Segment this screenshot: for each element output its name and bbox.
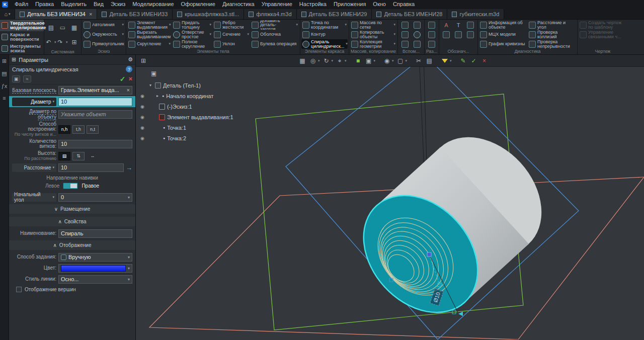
hide-objects-icon[interactable]: ◉: [382, 56, 391, 65]
redo-icon[interactable]: ↷: [58, 37, 68, 47]
winding-toggle[interactable]: [63, 183, 78, 189]
ribbon-item-copy-objects[interactable]: Копировать объекты: [350, 30, 396, 39]
line-style-dropdown[interactable]: Осно...: [58, 275, 132, 284]
ribbon-item-rectangle[interactable]: Прямоугольник: [83, 39, 125, 49]
ribbon-item-extrude[interactable]: Элемент выдавливания: [127, 20, 172, 30]
ribbon-item-shell[interactable]: Оболочка: [251, 30, 299, 39]
base-plane-value[interactable]: Грань.Элемент выда... ×: [58, 86, 132, 95]
winding-right-label[interactable]: Правое: [82, 183, 99, 189]
mode-wireframe-surfaces[interactable]: Каркас и поверхности: [0, 31, 44, 43]
panel-gear-icon[interactable]: ⚙: [128, 56, 133, 63]
ribbon-item-object-info[interactable]: Информация об объекте: [479, 20, 527, 30]
ribbon-item-full-fillet[interactable]: Полное скругление: [172, 39, 212, 49]
clear-selection-icon[interactable]: ×: [127, 87, 130, 93]
visibility-eye-icon[interactable]: ◉: [139, 125, 146, 130]
method-nt-button[interactable]: n,t: [87, 125, 99, 134]
model-cube-icon[interactable]: ■: [354, 56, 363, 65]
base-plane-label[interactable]: Базовая плоскость: [12, 88, 56, 93]
planes-icon[interactable]: ▦: [298, 56, 307, 65]
mode-solid-modeling[interactable]: Твердотельное моделирование: [0, 20, 44, 31]
aux-lcs-icon[interactable]: [414, 31, 421, 38]
dimension-icon[interactable]: [467, 22, 474, 29]
menu-applications[interactable]: Приложения: [330, 0, 369, 9]
new-document-icon[interactable]: ▤: [46, 23, 56, 33]
name-input[interactable]: [58, 229, 132, 238]
ribbon-item-contour[interactable]: Контур: [301, 30, 348, 39]
viewport-confirm-icon[interactable]: ✓: [469, 56, 478, 65]
ribbon-item-curvature-graph[interactable]: График кривизны: [479, 39, 527, 49]
aux-curve-icon[interactable]: [414, 41, 421, 48]
tab-document-4[interactable]: фляжка4.m3d: [244, 9, 296, 19]
options-list-icon[interactable]: ▣: [12, 75, 20, 82]
viewport-3d[interactable]: Ø10 ⊞ ▦ ◎▾ ↻▾ ⌖▾ ■ ▣▾ ◉▾ ▢▾: [136, 55, 644, 340]
ribbon-item-draft[interactable]: Уклон: [213, 39, 250, 49]
ribbon-item-linked-docs[interactable]: Управление связанными ч...: [579, 30, 627, 39]
pin-icon[interactable]: ⊞: [69, 37, 79, 47]
home-tab-button[interactable]: ⌂ ▾: [0, 9, 15, 19]
ribbon-item-circle[interactable]: Окружность: [83, 30, 125, 39]
variables-panel-icon[interactable]: ƒx: [2, 83, 8, 89]
filter-icon[interactable]: [440, 56, 449, 65]
orientation-icon[interactable]: ⌖: [335, 56, 344, 65]
direction-arrow-icon[interactable]: →: [126, 164, 132, 172]
expander-icon[interactable]: ▸: [155, 94, 160, 98]
messages-panel-icon[interactable]: ≡: [3, 95, 6, 101]
aux-point-icon[interactable]: [401, 31, 409, 38]
split-body-icon[interactable]: [428, 31, 435, 38]
ribbon-item-add-part[interactable]: Добавить деталь-заготов...: [251, 20, 299, 30]
section-display[interactable]: ∧ Отображение: [9, 240, 135, 250]
menu-diagnostics[interactable]: Диагностика: [219, 0, 258, 9]
ribbon-item-section[interactable]: Сечение: [213, 30, 250, 39]
zoom-icon[interactable]: ◎: [308, 56, 317, 65]
ribbon-item-thicken[interactable]: Придать толщину: [172, 20, 212, 30]
menu-select[interactable]: Выделить: [57, 0, 90, 9]
tree-item-extrusion[interactable]: ◉ Элемент выдавливания:1: [139, 112, 233, 122]
menu-sketch[interactable]: Эскиз: [107, 0, 129, 9]
diameter-dropdown[interactable]: Диаметр: [12, 98, 56, 106]
tree-item-point-2[interactable]: ◉ ● Точка:2: [139, 133, 233, 143]
tree-panel-icon[interactable]: ▤: [2, 70, 7, 77]
tab-document-1[interactable]: Деталь БЕЗ ИМЕНИ34 ×: [15, 9, 97, 19]
set-method-dropdown[interactable]: Вручную: [58, 253, 132, 262]
combine-icon[interactable]: [428, 41, 435, 48]
section-properties[interactable]: ∧ Свойства: [9, 217, 135, 226]
visibility-eye-icon[interactable]: ◉: [139, 104, 146, 109]
distance-input[interactable]: [58, 163, 124, 172]
section-view-icon[interactable]: ✂: [414, 56, 423, 65]
roughness-icon[interactable]: [443, 31, 450, 38]
text-designation-icon[interactable]: А: [441, 20, 451, 30]
tree-filter-icon[interactable]: ▣: [151, 70, 233, 77]
section-placement[interactable]: ∨ Размещение: [9, 204, 135, 214]
undo-icon[interactable]: ↶: [46, 37, 56, 47]
diameter-input[interactable]: [58, 98, 132, 106]
winding-left-label[interactable]: Левое: [45, 183, 59, 189]
menu-settings[interactable]: Настройка: [296, 0, 330, 9]
clip-icon[interactable]: ▢: [396, 56, 405, 65]
ribbon-item-grid-array[interactable]: Массив по сетке: [350, 20, 396, 30]
sheet-icon[interactable]: ▤: [425, 56, 434, 65]
parameters-panel-icon[interactable]: ⊞: [2, 58, 7, 64]
visibility-eye-icon[interactable]: ◉: [139, 94, 146, 99]
visibility-eye-icon[interactable]: ◉: [139, 136, 146, 141]
help-icon[interactable]: ?: [126, 66, 132, 72]
tab-document-3[interactable]: крышкафляжка3.stl...: [173, 9, 244, 19]
helix-center-handle[interactable]: [427, 252, 431, 257]
diameter-by-object-label[interactable]: Диаметр по объекту: [12, 109, 56, 120]
orbit-icon[interactable]: ↻: [322, 56, 331, 65]
ribbon-item-point-by-coords[interactable]: Точка по координатам: [301, 20, 348, 30]
print-icon[interactable]: ▭: [58, 23, 68, 33]
viewport-cancel-icon[interactable]: ×: [480, 56, 489, 65]
edit-pencil-icon[interactable]: ✎: [459, 56, 468, 65]
partition-icon[interactable]: [428, 22, 435, 29]
menu-window[interactable]: Окно: [369, 0, 389, 9]
tab-document-6[interactable]: Деталь БЕЗ ИМЕНИ28: [372, 9, 447, 19]
ribbon-item-cylindrical-helix[interactable]: Спираль цилиндрическ...: [301, 39, 348, 49]
distance-dropdown[interactable]: Расстояние: [12, 163, 56, 172]
ribbon-item-collision-check[interactable]: Проверка коллизий: [528, 30, 576, 39]
start-angle-value[interactable]: 0 ▾: [58, 193, 132, 202]
ribbon-item-boolean[interactable]: Булева операция: [251, 39, 299, 49]
aux-surface-icon[interactable]: [401, 41, 409, 48]
tab-document-2[interactable]: Деталь БЕЗ ИМЕНИ33: [97, 9, 173, 19]
color-dropdown[interactable]: [58, 264, 132, 273]
ribbon-item-create-drawing[interactable]: Создать чертеж по шаблону: [579, 20, 627, 30]
